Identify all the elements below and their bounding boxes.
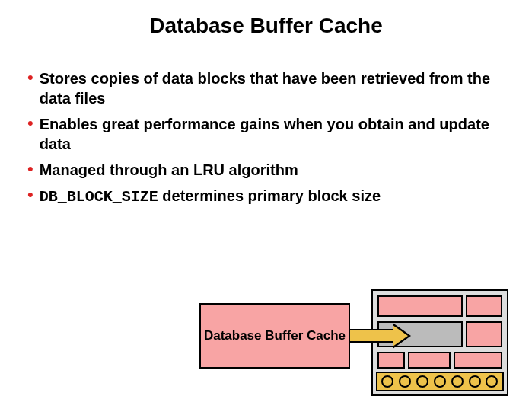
bullet-item: • Managed through an LRU algorithm [27,160,502,180]
memory-block [377,295,463,317]
bullet-dot-icon: • [27,186,33,204]
disk-icon [399,375,411,388]
disk-icon [434,375,446,388]
bullet-dot-icon: • [27,114,33,132]
bullet-list: • Stores copies of data blocks that have… [0,69,532,207]
disk-icon [381,375,393,388]
bullet-dot-icon: • [27,69,33,87]
disk-row [376,372,504,391]
memory-block [454,352,502,369]
disk-icon [451,375,464,388]
slide-title: Database Buffer Cache [0,0,532,69]
bullet-text: Managed through an LRU algorithm [40,160,298,180]
memory-block [466,295,502,317]
disk-icon [486,375,498,388]
bullet-text-after: determines primary block size [158,187,381,204]
bullet-text: Enables great performance gains when you… [40,114,502,154]
bullet-text: Stores copies of data blocks that have b… [40,69,502,108]
memory-block [466,321,502,347]
diagram: Database Buffer Cache [199,289,508,402]
bullet-text: DB_BLOCK_SIZE determines primary block s… [40,186,381,207]
bullet-dot-icon: • [27,160,33,178]
memory-block [408,352,451,369]
bullet-item: • Stores copies of data blocks that have… [27,69,502,108]
bullet-item: • Enables great performance gains when y… [27,114,502,154]
memory-block [377,352,405,369]
pointer-arrow-icon [349,323,417,349]
disk-icon [416,375,428,388]
bullet-item: • DB_BLOCK_SIZE determines primary block… [27,186,502,207]
disk-icon [469,375,481,388]
diagram-label: Database Buffer Cache [199,303,350,369]
code-literal: DB_BLOCK_SIZE [40,188,158,206]
